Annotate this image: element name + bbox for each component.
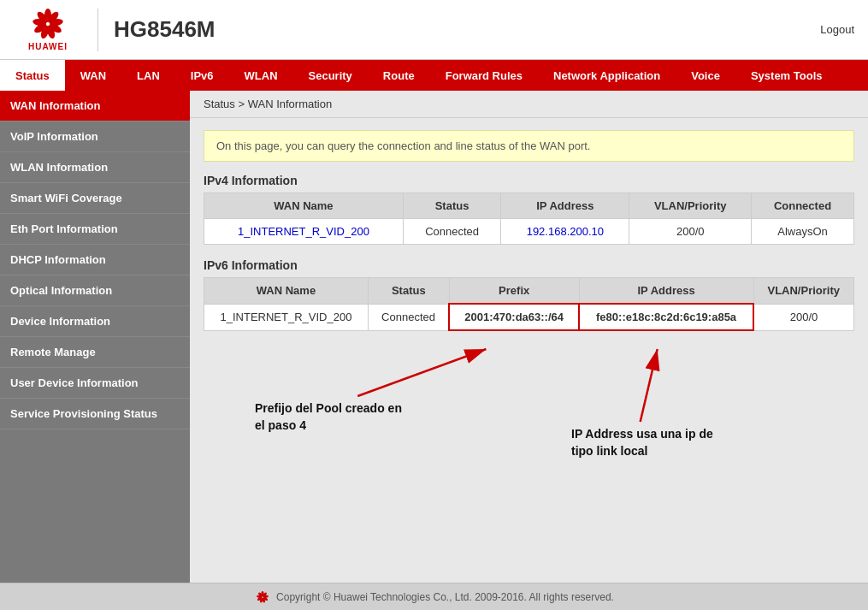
sidebar-item-dhcp[interactable]: DHCP Information — [0, 245, 190, 275]
header-divider — [97, 9, 98, 51]
sidebar-item-wan-information[interactable]: WAN Information — [0, 91, 190, 121]
ipv6-table-row: 1_INTERNET_R_VID_200 Connected 2001:470:… — [204, 304, 854, 330]
ipv4-col-wan-name: WAN Name — [204, 193, 404, 219]
header: HUAWEI HG8546M Logout — [0, 0, 868, 60]
footer: Copyright © Huawei Technologies Co., Ltd… — [0, 583, 868, 610]
ipv4-ip-address: 192.168.200.10 — [501, 219, 629, 245]
sidebar-item-device[interactable]: Device Information — [0, 306, 190, 337]
logo-text: HUAWEI — [28, 42, 68, 51]
ipv6-col-wan-name: WAN Name — [204, 278, 369, 305]
nav-item-wan[interactable]: WAN — [65, 60, 121, 91]
huawei-footer-icon — [254, 590, 271, 604]
sidebar: WAN Information VoIP Information WLAN In… — [0, 91, 190, 583]
nav-item-system-tools[interactable]: System Tools — [735, 60, 838, 91]
info-box: On this page, you can query the connecti… — [204, 130, 854, 162]
svg-line-12 — [641, 349, 658, 422]
ipv6-col-status: Status — [368, 278, 449, 305]
sidebar-item-user-device[interactable]: User Device Information — [0, 368, 190, 399]
sidebar-item-service-provisioning[interactable]: Service Provisioning Status — [0, 399, 190, 429]
ipv4-wan-name: 1_INTERNET_R_VID_200 — [204, 219, 404, 245]
sidebar-item-voip-information[interactable]: VoIP Information — [0, 121, 190, 152]
nav-item-voice[interactable]: Voice — [676, 60, 735, 91]
sidebar-item-wlan-information[interactable]: WLAN Information — [0, 152, 190, 183]
logo-area: HUAWEI — [14, 8, 82, 51]
ipv4-col-ip-address: IP Address — [501, 193, 629, 219]
sidebar-item-optical[interactable]: Optical Information — [0, 275, 190, 306]
ipv4-section-title: IPv4 Information — [204, 174, 854, 187]
ipv4-table: WAN Name Status IP Address VLAN/Priority… — [204, 192, 854, 245]
prefix-annotation: Prefijo del Pool creado enel paso 4 — [255, 400, 402, 434]
logout-button[interactable]: Logout — [820, 23, 854, 36]
nav-item-wlan[interactable]: WLAN — [229, 60, 293, 91]
ipv6-wan-name: 1_INTERNET_R_VID_200 — [204, 304, 369, 330]
ipv6-section-title: IPv6 Information — [204, 258, 854, 272]
ipv6-vlan-priority: 200/0 — [753, 304, 854, 330]
sidebar-item-eth-port[interactable]: Eth Port Information — [0, 214, 190, 245]
ipv6-col-ip-address: IP Address — [579, 278, 753, 305]
sidebar-item-remote-manage[interactable]: Remote Manage — [0, 337, 190, 368]
footer-text: Copyright © Huawei Technologies Co., Ltd… — [276, 591, 614, 603]
ipv4-col-status: Status — [403, 193, 500, 219]
ipv6-col-prefix: Prefix — [449, 278, 579, 305]
nav-item-route[interactable]: Route — [368, 60, 430, 91]
main-layout: WAN Information VoIP Information WLAN In… — [0, 91, 868, 583]
ipv4-col-vlan: VLAN/Priority — [629, 193, 752, 219]
ipv6-status: Connected — [368, 304, 449, 330]
navbar: Status WAN LAN IPv6 WLAN Security Route … — [0, 60, 868, 91]
nav-item-ipv6[interactable]: IPv6 — [175, 60, 229, 91]
svg-line-11 — [357, 349, 486, 396]
device-name: HG8546M — [114, 16, 820, 43]
ipv4-table-row: 1_INTERNET_R_VID_200 Connected 192.168.2… — [204, 219, 854, 245]
sidebar-item-smart-wifi[interactable]: Smart WiFi Coverage — [0, 183, 190, 214]
ipv4-wan-name-link[interactable]: 1_INTERNET_R_VID_200 — [238, 225, 369, 238]
ipv6-ip-address: fe80::e18c:8c2d:6c19:a85a — [579, 304, 753, 330]
ipv6-table: WAN Name Status Prefix IP Address VLAN/P… — [204, 277, 854, 331]
ipv4-col-connected: Connected — [751, 193, 853, 219]
breadcrumb: Status > WAN Information — [190, 91, 868, 118]
ipv6-prefix: 2001:470:da63::/64 — [449, 304, 579, 330]
content-area: Status > WAN Information On this page, y… — [190, 91, 868, 583]
ipv4-vlan-priority: 200/0 — [629, 219, 752, 245]
annotation-area: Prefijo del Pool creado enel paso 4 IP A… — [204, 345, 854, 533]
nav-item-network-application[interactable]: Network Application — [538, 60, 676, 91]
nav-item-forward-rules[interactable]: Forward Rules — [430, 60, 538, 91]
nav-item-security[interactable]: Security — [293, 60, 368, 91]
nav-item-lan[interactable]: LAN — [121, 60, 175, 91]
prefix-arrow — [204, 345, 854, 533]
ipv4-ip-link[interactable]: 192.168.200.10 — [527, 225, 604, 238]
ipv6-col-vlan: VLAN/Priority — [753, 278, 854, 305]
nav-item-status[interactable]: Status — [0, 60, 65, 91]
ipv4-status: Connected — [403, 219, 500, 245]
ip-annotation: IP Address usa una ip detipo link local — [571, 426, 713, 459]
ipv4-connected: AlwaysOn — [751, 219, 853, 245]
huawei-logo-icon — [26, 8, 70, 40]
